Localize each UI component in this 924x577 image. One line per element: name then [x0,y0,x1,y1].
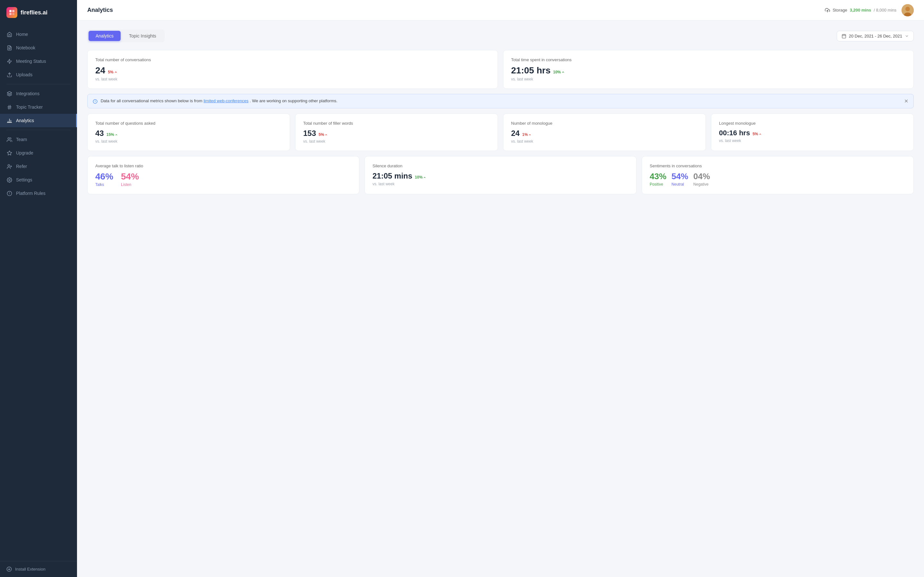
app-logo[interactable]: fireflies.ai [0,0,77,25]
sentiment-negative-value: 04% [693,171,710,181]
storage-label: Storage [833,8,847,13]
metric-value-questions: 43 15% [95,129,282,138]
sidebar-item-integrations[interactable]: Integrations [0,87,77,100]
bar-chart-icon [6,118,12,123]
metric-label-questions: Total number of questions asked [95,121,282,126]
metric-sub-filler: vs. last week [303,139,490,143]
svg-marker-17 [7,151,11,155]
sentiment-positive-value: 43% [650,171,666,181]
talk-value: 46% [95,171,113,182]
metric-label-sentiments: Sentiments in conversations [650,163,906,168]
metric-sub-longest-monologue: vs. last week [719,139,906,143]
metric-value-conversations: 24 5% [95,65,490,76]
listen-value-container: 54% Listen [121,171,139,187]
metric-sub-time: vs. last week [511,77,906,81]
metric-label-filler: Total number of filler words [303,121,490,126]
metric-badge-silence: 10% [415,175,426,179]
sentiment-negative-container: 04% Negative [693,171,710,187]
user-avatar[interactable] [901,4,914,16]
sidebar-item-team[interactable]: Team [0,133,77,146]
sidebar-item-analytics[interactable]: Analytics [0,114,77,127]
sidebar-item-meeting-status[interactable]: Meeting Status [0,55,77,68]
svg-rect-0 [9,10,11,12]
notebook-icon [6,45,12,51]
metric-card-filler: Total number of filler words 153 5% vs. … [295,113,498,151]
storage-upload-icon [825,8,830,13]
users-icon [6,137,12,142]
sidebar-label-home: Home [16,32,28,37]
sidebar-item-platform-rules[interactable]: Platform Rules [0,187,77,200]
app-name: fireflies.ai [21,9,47,16]
sidebar-item-refer[interactable]: Refer [0,160,77,173]
sentiment-negative-label: Negative [693,182,710,187]
chevron-down-icon [905,34,909,38]
sidebar-label-upgrade: Upgrade [16,150,33,155]
main-content: Analytics Storage 3,200 mins / 8,000 min… [77,0,924,577]
storage-info: Storage 3,200 mins / 8,000 mins [825,8,897,13]
metric-sub-silence: vs. last week [373,182,628,186]
metric-card-talk-listen: Average talk to listen ratio 46% Talks 5… [87,156,359,194]
metric-value-longest-monologue: 00:16 hrs 5% [719,129,906,137]
svg-rect-1 [12,10,15,12]
metric-card-conversations: Total number of conversations 24 5% vs. … [87,50,498,89]
talk-label: Talks [95,182,113,187]
svg-line-11 [10,105,10,109]
metric-sub-monologue: vs. last week [511,139,698,143]
metric-value-time: 21:05 hrs 10% [511,65,906,76]
sentiment-neutral-label: Neutral [672,182,688,187]
sidebar-bottom: Install Extension [0,561,77,577]
user-plus-icon [6,163,12,169]
metrics-top: Total number of conversations 24 5% vs. … [87,50,914,89]
metric-label-conversations: Total number of conversations [95,57,490,62]
info-banner-link[interactable]: limited web-conferences [204,98,248,103]
tabs-container: Analytics Topic Insights [87,29,165,42]
metric-badge-conversations: 5% [108,70,117,74]
page-title: Analytics [87,7,113,13]
sidebar-label-platform-rules: Platform Rules [16,191,45,196]
tab-topic-insights[interactable]: Topic Insights [122,31,163,41]
svg-line-10 [8,105,9,109]
metric-badge-monologue: 1% [522,132,531,137]
nav-divider-2 [6,130,71,130]
sidebar-item-uploads[interactable]: Uploads [0,68,77,81]
hash-icon [6,104,12,110]
date-range-picker[interactable]: 20 Dec, 2021 - 26 Dec, 2021 [837,31,914,41]
sidebar-item-home[interactable]: Home [0,27,77,41]
tab-analytics[interactable]: Analytics [89,31,121,41]
date-range-value: 20 Dec, 2021 - 26 Dec, 2021 [849,34,902,39]
metric-card-silence: Silence duration 21:05 mins 10% vs. last… [365,156,636,194]
sentiment-neutral-value: 54% [672,171,688,181]
content-area: Analytics Topic Insights 20 Dec, 2021 - … [77,21,924,577]
sidebar-label-topic-tracker: Topic Tracker [16,105,43,110]
tabs-row: Analytics Topic Insights 20 Dec, 2021 - … [87,29,914,42]
sidebar-item-topic-tracker[interactable]: Topic Tracker [0,100,77,114]
svg-point-21 [9,179,10,181]
metric-label-talk-listen: Average talk to listen ratio [95,163,351,168]
topbar-right: Storage 3,200 mins / 8,000 mins [825,4,914,16]
sidebar-nav: Home Notebook Meeting Status [0,25,77,561]
listen-value: 54% [121,171,139,182]
storage-used: 3,200 mins [850,8,871,13]
sidebar-item-upgrade[interactable]: Upgrade [0,146,77,160]
install-extension-button[interactable]: Install Extension [6,566,71,572]
info-banner: Data for all conversational metrics show… [87,94,914,108]
upload-icon [6,72,12,77]
sidebar-item-settings[interactable]: Settings [0,173,77,187]
metric-label-monologue: Number of monologue [511,121,698,126]
listen-label: Listen [121,182,139,187]
sidebar-label-notebook: Notebook [16,45,35,50]
metric-badge-time: 10% [553,70,565,74]
sentiment-positive-container: 43% Positive [650,171,666,187]
sidebar-item-notebook[interactable]: Notebook [0,41,77,55]
svg-rect-31 [842,34,846,38]
sentiment-neutral-container: 54% Neutral [672,171,688,187]
talk-value-container: 46% Talks [95,171,113,187]
svg-point-29 [905,7,910,11]
logo-icon [6,7,17,18]
star-icon [6,150,12,156]
calendar-icon [842,34,846,39]
metrics-bottom-grid: Average talk to listen ratio 46% Talks 5… [87,156,914,194]
info-banner-close[interactable]: ✕ [904,98,908,104]
metric-card-questions: Total number of questions asked 43 15% v… [87,113,290,151]
metric-sub-questions: vs. last week [95,139,282,143]
